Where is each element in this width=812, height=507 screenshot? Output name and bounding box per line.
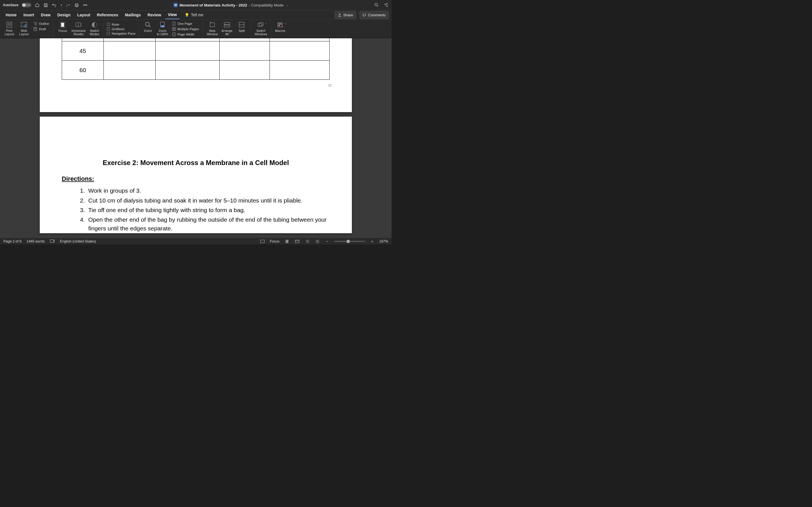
status-page[interactable]: Page 2 of 9 <box>3 239 21 243</box>
multiple-pages-button[interactable]: Multiple Pages <box>171 27 199 31</box>
status-language[interactable]: English (United States) <box>60 239 96 243</box>
table-cell[interactable]: 45 <box>62 41 104 61</box>
table-cell[interactable] <box>103 41 155 61</box>
comments-button[interactable]: Comments <box>359 11 389 19</box>
svg-rect-37 <box>258 23 262 26</box>
status-focus[interactable]: Focus <box>270 239 280 243</box>
new-window-icon <box>209 21 216 28</box>
new-window-button[interactable]: New Window <box>206 21 218 36</box>
share-people-icon[interactable] <box>384 3 389 8</box>
svg-rect-47 <box>295 240 299 243</box>
directions-heading[interactable]: Directions: <box>62 175 330 182</box>
tab-layout[interactable]: Layout <box>74 11 93 19</box>
table-cell[interactable] <box>220 61 270 80</box>
group-window: New Window Arrange All Split <box>203 20 251 38</box>
undo-icon[interactable] <box>52 3 57 8</box>
zoom-button[interactable]: Zoom <box>142 21 154 33</box>
zoom-in-button[interactable]: + <box>370 239 374 244</box>
page-width-button[interactable]: Page Width <box>171 32 199 37</box>
draft-button[interactable]: Draft <box>33 27 50 31</box>
table-cell[interactable] <box>270 41 329 61</box>
tab-design[interactable]: Design <box>54 11 73 19</box>
spellcheck-icon[interactable] <box>50 239 55 243</box>
focus-button[interactable]: Focus <box>57 21 68 33</box>
ruler-checkbox[interactable]: Ruler <box>106 22 120 26</box>
print-layout-view-icon[interactable] <box>285 239 290 244</box>
switch-modes-button[interactable]: Switch Modes <box>89 21 100 36</box>
split-button[interactable]: Split <box>236 21 248 33</box>
tell-me[interactable]: 💡 Tell me <box>185 13 203 17</box>
web-layout-button[interactable]: Web Layout <box>18 21 30 36</box>
draft-view-icon[interactable] <box>315 239 320 244</box>
autosave-toggle[interactable]: OFF <box>22 3 31 7</box>
tab-insert[interactable]: Insert <box>20 11 37 19</box>
zoom-100-button[interactable]: 100 Zoom to 100% <box>157 21 168 36</box>
search-icon[interactable] <box>374 3 379 8</box>
table-cell[interactable] <box>103 61 155 80</box>
arrange-all-button[interactable]: Arrange All <box>221 21 233 36</box>
share-icon <box>338 13 342 17</box>
tab-draw[interactable]: Draw <box>38 11 53 19</box>
list-item[interactable]: Work in groups of 3. <box>87 186 330 195</box>
zoom-level[interactable]: 187% <box>379 239 388 243</box>
table-cell[interactable] <box>155 61 220 80</box>
exercise-heading[interactable]: Exercise 2: Movement Across a Membrane i… <box>62 159 330 167</box>
table-cell[interactable]: 60 <box>62 61 104 80</box>
svg-rect-41 <box>280 23 282 24</box>
svg-point-5 <box>385 4 386 5</box>
share-button[interactable]: Share <box>335 11 356 19</box>
immersive-reader-button[interactable]: Immersive Reader <box>71 21 86 36</box>
save-icon[interactable] <box>43 3 48 8</box>
more-icon[interactable]: ••• <box>83 3 88 8</box>
svg-rect-38 <box>259 22 263 25</box>
tab-review[interactable]: Review <box>145 11 164 19</box>
print-icon[interactable] <box>74 3 79 8</box>
tab-mailings[interactable]: Mailings <box>122 11 144 19</box>
list-item[interactable]: Cut 10 cm of dialysis tubing and soak it… <box>87 196 330 205</box>
table-cell[interactable] <box>103 38 155 41</box>
gridlines-checkbox[interactable]: Gridlines <box>106 27 125 31</box>
svg-rect-28 <box>173 22 175 25</box>
table-cell[interactable] <box>220 38 270 41</box>
data-table[interactable]: 45 60 <box>62 38 329 80</box>
table-cell[interactable] <box>62 38 104 41</box>
tab-view[interactable]: View <box>165 11 180 19</box>
svg-rect-29 <box>172 27 174 31</box>
svg-line-4 <box>377 6 378 6</box>
undo-dropdown-icon[interactable]: ▾ <box>60 3 62 8</box>
svg-rect-31 <box>173 33 175 36</box>
web-layout-view-icon[interactable] <box>295 239 300 244</box>
tab-references[interactable]: References <box>94 11 121 19</box>
table-row <box>62 38 329 41</box>
one-page-button[interactable]: One Page <box>171 21 199 26</box>
document-area[interactable]: 45 60 Exercise 2: Movement Across a Memb… <box>0 38 392 238</box>
table-cell[interactable] <box>155 38 220 41</box>
switch-modes-label: Switch Modes <box>90 29 99 36</box>
title-dropdown-icon[interactable]: ⌄ <box>287 4 289 7</box>
outline-button[interactable]: Outline <box>33 21 50 26</box>
list-item[interactable]: Open the other end of the bag by rubbing… <box>87 216 330 233</box>
switch-windows-button[interactable]: ⌄ Switch Windows <box>255 21 267 36</box>
zoom-slider[interactable] <box>334 241 365 242</box>
switch-windows-label: Switch Windows <box>255 29 267 36</box>
table-cell[interactable] <box>155 41 220 61</box>
focus-mode-icon[interactable] <box>260 240 265 243</box>
tab-home[interactable]: Home <box>3 11 19 19</box>
table-cell[interactable] <box>270 38 329 41</box>
table-resize-handle[interactable] <box>329 84 331 87</box>
zoom-out-button[interactable]: − <box>325 239 329 244</box>
print-layout-button[interactable]: Print Layout <box>3 21 15 36</box>
list-item[interactable]: Tie off one end of the tubing tightly wi… <box>87 206 330 214</box>
zoom-slider-thumb[interactable] <box>347 240 350 243</box>
macros-button[interactable]: ⌄ Macros <box>274 21 286 33</box>
group-switch-windows: ⌄ Switch Windows <box>251 20 271 38</box>
navigation-pane-checkbox[interactable]: Navigation Pane <box>106 32 136 36</box>
directions-list[interactable]: Work in groups of 3. Cut 10 cm of dialys… <box>62 186 330 233</box>
status-words[interactable]: 1445 words <box>27 239 45 243</box>
table-cell[interactable] <box>270 61 329 80</box>
home-icon[interactable] <box>35 3 40 8</box>
outline-view-icon[interactable] <box>305 239 310 244</box>
redo-icon[interactable] <box>66 3 71 8</box>
table-cell[interactable] <box>220 41 270 61</box>
outline-label: Outline <box>39 22 49 25</box>
